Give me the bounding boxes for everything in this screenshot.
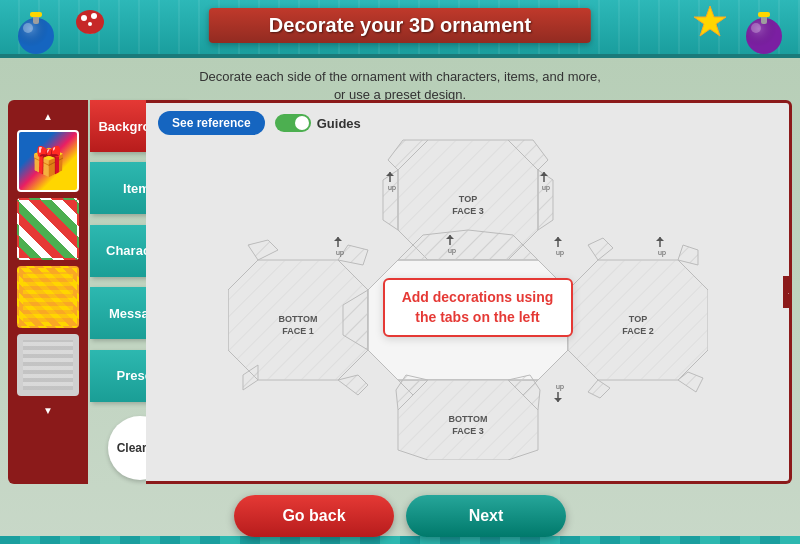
thumbnail-gifts[interactable] bbox=[17, 130, 79, 192]
top-banner: Decorate your 3D ornament bbox=[0, 0, 800, 58]
svg-marker-44 bbox=[678, 245, 698, 265]
bottom-bar: Go back Next bbox=[0, 488, 800, 544]
svg-text:FACE 3: FACE 3 bbox=[452, 206, 484, 216]
blue-ornament-decoration bbox=[14, 2, 58, 54]
guides-toggle: Guides bbox=[275, 114, 361, 132]
svg-point-13 bbox=[751, 23, 761, 33]
go-back-button[interactable]: Go back bbox=[234, 495, 394, 537]
scroll-up-button[interactable]: ▲ bbox=[38, 108, 58, 124]
svg-marker-45 bbox=[588, 380, 610, 398]
svg-point-9 bbox=[88, 22, 92, 26]
svg-text:FACE 3: FACE 3 bbox=[452, 426, 484, 436]
svg-text:up: up bbox=[556, 383, 564, 391]
svg-text:TOP: TOP bbox=[628, 314, 646, 324]
thumbnail-silver[interactable] bbox=[17, 334, 79, 396]
tooltip-line2: the tabs on the left bbox=[415, 309, 539, 325]
svg-point-7 bbox=[81, 15, 87, 21]
svg-marker-10 bbox=[694, 6, 726, 36]
see-reference-button[interactable]: See reference bbox=[158, 111, 265, 135]
svg-text:up: up bbox=[658, 249, 666, 257]
thumbnail-stripes[interactable] bbox=[17, 198, 79, 260]
svg-text:up: up bbox=[336, 249, 344, 257]
sidebar: ▲ ▼ Backgrounds Items Characters Message… bbox=[8, 100, 138, 484]
svg-text:up: up bbox=[556, 249, 564, 257]
decoration-tooltip: Add decorations using the tabs on the le… bbox=[383, 278, 573, 337]
guides-toggle-switch[interactable] bbox=[275, 114, 311, 132]
svg-text:TOP: TOP bbox=[458, 194, 476, 204]
tooltip-line1: Add decorations using bbox=[402, 289, 554, 305]
svg-marker-43 bbox=[588, 238, 613, 260]
svg-point-8 bbox=[91, 13, 97, 19]
right-scroll-arrow[interactable]: ◀ bbox=[783, 276, 792, 308]
svg-marker-72 bbox=[554, 398, 562, 402]
svg-text:FACE 1: FACE 1 bbox=[282, 326, 314, 336]
svg-text:up: up bbox=[542, 184, 550, 192]
svg-marker-29 bbox=[248, 240, 278, 260]
svg-text:up: up bbox=[448, 247, 456, 255]
mushroom-decoration bbox=[72, 4, 108, 40]
svg-marker-69 bbox=[656, 237, 664, 241]
svg-rect-15 bbox=[758, 12, 770, 17]
svg-text:BOTTOM: BOTTOM bbox=[448, 414, 487, 424]
editor-area: See reference Guides bbox=[146, 100, 792, 484]
editor-toolbar: See reference Guides bbox=[158, 111, 361, 135]
svg-marker-60 bbox=[334, 237, 342, 241]
main-content: ▲ ▼ Backgrounds Items Characters Message… bbox=[8, 100, 792, 484]
ornament-net: TOP FACE 3 BOTTOM FACE 1 bbox=[154, 147, 781, 473]
star-decoration bbox=[692, 4, 728, 40]
subtitle-line1: Decorate each side of the ornament with … bbox=[199, 69, 601, 84]
svg-marker-66 bbox=[554, 237, 562, 241]
svg-point-2 bbox=[23, 23, 33, 33]
svg-text:BOTTOM: BOTTOM bbox=[278, 314, 317, 324]
svg-text:FACE 2: FACE 2 bbox=[622, 326, 654, 336]
scroll-down-button[interactable]: ▼ bbox=[38, 402, 58, 418]
svg-marker-24 bbox=[538, 170, 553, 230]
svg-rect-4 bbox=[30, 12, 42, 17]
guides-label: Guides bbox=[317, 116, 361, 131]
svg-text:up: up bbox=[388, 184, 396, 192]
net-container: TOP FACE 3 BOTTOM FACE 1 bbox=[228, 130, 708, 484]
thumbnail-panel: ▲ ▼ bbox=[8, 100, 88, 484]
purple-ornament-decoration bbox=[742, 2, 786, 54]
title-ribbon: Decorate your 3D ornament bbox=[209, 8, 591, 43]
page-title: Decorate your 3D ornament bbox=[269, 14, 531, 37]
thumbnail-gold[interactable] bbox=[17, 266, 79, 328]
svg-marker-33 bbox=[338, 375, 368, 395]
next-button[interactable]: Next bbox=[406, 495, 566, 537]
